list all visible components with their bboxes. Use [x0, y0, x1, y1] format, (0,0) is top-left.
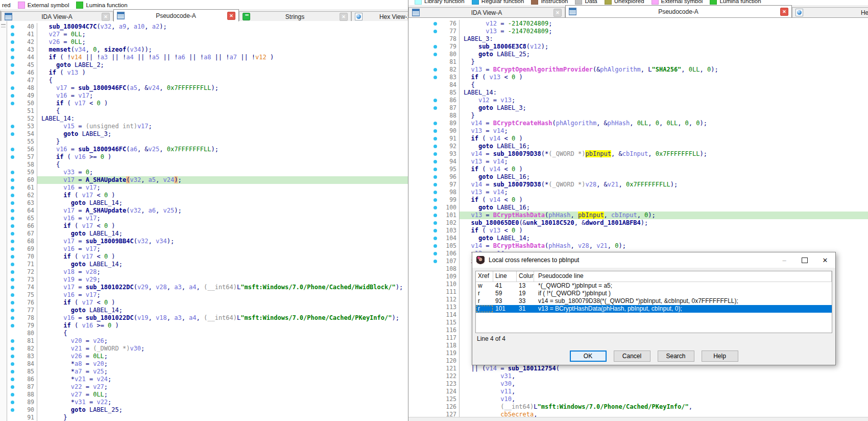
xref-dialog-titlebar[interactable]: Local cross references to pbInput – ✕ [472, 252, 835, 268]
code-line[interactable]: 52LABEL_14: [7, 115, 408, 123]
code-line[interactable]: 89 v14 = BCryptCreateHash(phAlgorithm, &… [408, 120, 868, 127]
code-line[interactable]: 82 v21 = (_DWORD *)v30; [7, 345, 408, 353]
code-line[interactable]: 104 goto LABEL_14; [408, 235, 868, 242]
code-line[interactable]: 124 v11, [408, 388, 868, 395]
code-line[interactable]: 121 || (v14 = sub_180112754( [408, 365, 868, 372]
code-line[interactable]: 88 } [408, 112, 868, 120]
close-icon[interactable]: ✕ [815, 254, 835, 266]
code-line[interactable]: 91 } [7, 414, 408, 421]
tab-close-icon[interactable]: ✕ [227, 12, 235, 20]
code-line[interactable]: 46 if ( v13 ) [7, 69, 408, 77]
code-line[interactable]: 122 v31, [408, 372, 868, 380]
code-line[interactable]: 101 v13 = BCryptHashData(phHash, pbInput… [408, 212, 868, 219]
code-line[interactable]: 56 v16 = sub_1800946FC(a6, &v25, 0x7FFFF… [7, 146, 408, 153]
column-header-line[interactable]: Line [493, 271, 517, 282]
tab-ida-view-a[interactable]: IDA View-A✕ [408, 7, 565, 17]
code-line[interactable]: 84 { [408, 81, 868, 89]
tab-close-icon[interactable]: ✕ [340, 13, 348, 21]
code-line[interactable]: 55 } [7, 138, 408, 146]
code-line[interactable]: 67 goto LABEL_14; [7, 230, 408, 238]
code-line[interactable]: 77 v13 = -2147024809; [408, 28, 868, 35]
code-line[interactable]: 76 v12 = -2147024809; [408, 20, 868, 28]
code-line[interactable]: 92 goto LABEL_16; [408, 143, 868, 150]
code-line[interactable]: 45 goto LABEL_2; [7, 61, 408, 69]
code-line[interactable]: 64 v17 = A_SHAUpdate(v32, a6, v25); [7, 207, 408, 215]
code-line[interactable]: 59 v33 = 0; [7, 169, 408, 176]
code-line[interactable]: 94 v13 = v14; [408, 158, 868, 166]
code-line[interactable]: 44 if ( !v14 || !a3 || !a4 || !a5 || !a6… [7, 54, 408, 61]
code-line[interactable]: 75 v16 = v17; [7, 291, 408, 299]
code-line[interactable]: 65 v16 = v17; [7, 215, 408, 222]
code-line[interactable]: 97 v14 = sub_180079D38(*(_QWORD *)v28, &… [408, 181, 868, 189]
tab-close-icon[interactable]: ✕ [102, 13, 110, 21]
table-row[interactable]: r5919if ( !*(_QWORD *)pbInput ) [476, 290, 832, 297]
code-line[interactable]: 79 sub_18006E3C8(v12); [408, 43, 868, 51]
tab-ida-view-a[interactable]: IDA View-A✕ [1, 11, 113, 21]
code-line[interactable]: 83 v26 = 0LL; [7, 353, 408, 360]
code-line[interactable]: 105 v14 = BCryptHashData(phHash, v28, v2… [408, 242, 868, 250]
tab-pseudocode-a[interactable]: Pseudocode-A✕ [113, 9, 239, 21]
column-header-pseudocode-line[interactable]: Pseudocode line [534, 271, 832, 282]
code-line[interactable]: 71 goto LABEL_14; [7, 261, 408, 268]
code-line[interactable]: 79 if ( v16 >= 0 ) [7, 322, 408, 330]
code-line[interactable]: 51 { [7, 107, 408, 115]
tab-hex-view-1[interactable]: Hex View-1 [351, 11, 408, 21]
minimize-icon[interactable]: – [774, 254, 794, 266]
table-row[interactable]: w4113*(_QWORD *)pbInput = a5; [476, 282, 832, 290]
code-line[interactable]: 87 v22 = v27; [7, 383, 408, 391]
code-line[interactable]: 68 v17 = sub_18009BB4C(v32, v34); [7, 238, 408, 245]
code-line[interactable]: 85LABEL_14: [408, 89, 868, 97]
tab-pseudocode-a[interactable]: Pseudocode-A✕ [565, 5, 792, 17]
code-line[interactable]: 49 v16 = v17; [7, 92, 408, 100]
help-button[interactable]: Help [702, 350, 738, 362]
code-line[interactable]: 57 if ( v16 >= 0 ) [7, 153, 408, 161]
code-line[interactable]: 82 v13 = BCryptOpenAlgorithmProvider(&ph… [408, 66, 868, 74]
code-line[interactable]: 89 *v31 = v22; [7, 399, 408, 406]
code-line[interactable]: 76 if ( v17 < 0 ) [7, 299, 408, 307]
code-line[interactable]: 93 v14 = sub_180079D38(*(_QWORD *)pbInpu… [408, 150, 868, 158]
code-line[interactable]: 74 v17 = sub_1801022DC(v29, v28, a3, a4,… [7, 284, 408, 291]
code-line[interactable]: 84 *a8 = v20; [7, 360, 408, 368]
maximize-icon[interactable] [794, 254, 815, 266]
code-line[interactable]: 88 v27 = 0LL; [7, 391, 408, 399]
code-line[interactable]: 40 sub_180094C7C(v32, a9, a10, a2); [7, 23, 408, 31]
code-line[interactable]: 83 if ( v13 < 0 ) [408, 74, 868, 81]
column-header-xref[interactable]: Xref [476, 271, 493, 282]
table-row[interactable]: r9333v14 = sub_180079D38(*(_QWORD *)pbIn… [476, 297, 832, 305]
code-line[interactable]: 42 v26 = 0LL; [7, 38, 408, 46]
code-line[interactable]: 103 if ( v13 < 0 ) [408, 227, 868, 235]
tab-close-icon[interactable]: ✕ [553, 9, 562, 17]
code-line[interactable]: 102 sub_180065DE0(&unk_18018C520, &dword… [408, 219, 868, 227]
code-line[interactable]: 86 *v21 = v24; [7, 376, 408, 383]
code-line[interactable]: 41 v27 = 0LL; [7, 31, 408, 38]
tab-close-icon[interactable]: ✕ [780, 8, 788, 16]
xref-table[interactable]: XrefLineColumnPseudocode line w4113*(_QW… [475, 271, 832, 333]
code-line[interactable]: 78 v16 = sub_1801022DC(v19, v18, a3, a4,… [7, 314, 408, 322]
search-button[interactable]: Search [658, 350, 694, 362]
code-line[interactable]: 95 if ( v14 < 0 ) [408, 166, 868, 173]
column-header-column[interactable]: Column [517, 271, 534, 282]
cancel-button[interactable]: Cancel [614, 350, 650, 362]
code-line[interactable]: 98 v13 = v14; [408, 189, 868, 196]
code-line[interactable]: 85 *a7 = v25; [7, 368, 408, 376]
code-line[interactable]: 78LABEL_3: [408, 35, 868, 43]
code-line[interactable]: 81 v20 = v26; [7, 337, 408, 345]
code-line[interactable]: 61 v16 = v17; [7, 184, 408, 192]
table-row[interactable]: r10131v13 = BCryptHashData(phHash, pbInp… [476, 305, 832, 313]
code-line[interactable]: 53 v15 = (unsigned int)v17; [7, 123, 408, 130]
code-line[interactable]: 47 { [7, 77, 408, 84]
code-line[interactable]: 80 { [7, 330, 408, 337]
code-line[interactable]: 58 { [7, 161, 408, 169]
tab-strings[interactable]: Strings✕ [239, 11, 351, 21]
code-line[interactable]: 90 goto LABEL_25; [7, 406, 408, 414]
tab-hex-view-1[interactable]: Hex View-1 [792, 7, 868, 17]
code-line[interactable]: 126 (__int64)L"msft:Windows/7.0/Phone/Ca… [408, 403, 868, 411]
code-line[interactable]: 54 goto LABEL_3; [7, 130, 408, 138]
code-line[interactable]: 62 if ( v17 < 0 ) [7, 192, 408, 199]
code-line[interactable]: 123 v30, [408, 380, 868, 388]
code-line[interactable]: 63 goto LABEL_14; [7, 199, 408, 207]
pseudocode-pane-left[interactable]: 40 sub_180094C7C(v32, a9, a10, a2);41 v2… [7, 21, 408, 421]
code-line[interactable]: 90 v13 = v14; [408, 127, 868, 135]
code-line[interactable]: 96 goto LABEL_16; [408, 173, 868, 181]
code-line[interactable]: 91 if ( v14 < 0 ) [408, 135, 868, 143]
